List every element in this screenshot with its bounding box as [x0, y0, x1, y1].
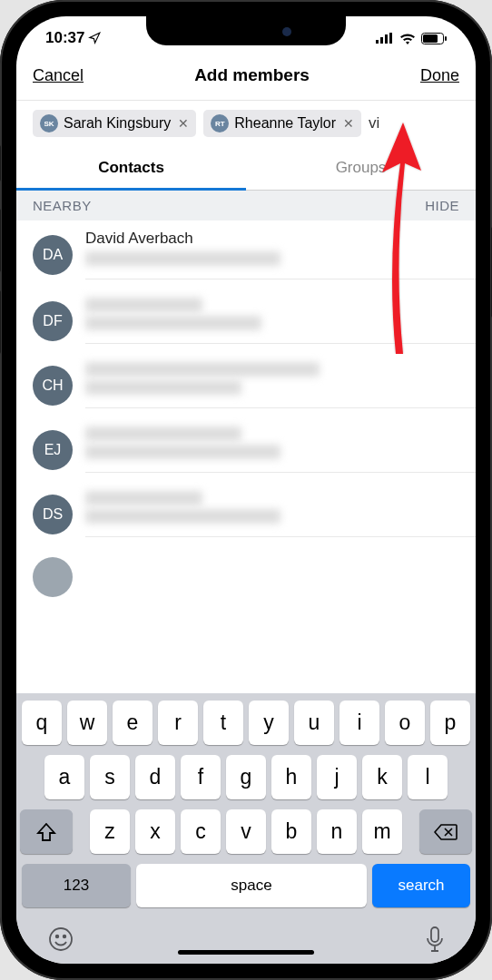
input-text-tail[interactable]: vi — [369, 114, 379, 132]
cellular-icon — [376, 33, 394, 44]
hide-button[interactable]: HIDE — [425, 198, 459, 213]
key-y[interactable]: y — [249, 701, 289, 745]
svg-rect-1 — [380, 37, 383, 44]
contact-row[interactable]: DF — [33, 289, 476, 353]
shift-key[interactable] — [20, 809, 73, 854]
nav-bar: Cancel Add members Done — [16, 53, 476, 101]
svg-rect-2 — [385, 34, 388, 44]
svg-rect-0 — [376, 40, 379, 44]
key-w[interactable]: w — [67, 701, 107, 745]
blurred-name — [85, 362, 320, 377]
contact-row[interactable]: DA David Averbach — [33, 220, 476, 289]
key-q[interactable]: q — [22, 701, 62, 745]
location-icon — [88, 32, 101, 44]
battery-icon — [421, 33, 447, 44]
section-title: NEARBY — [33, 198, 92, 213]
key-f[interactable]: f — [181, 755, 221, 799]
key-u[interactable]: u — [294, 701, 334, 745]
key-b[interactable]: b — [271, 809, 311, 854]
avatar: CH — [33, 366, 73, 406]
key-z[interactable]: z — [90, 809, 130, 854]
avatar: DS — [33, 495, 73, 534]
blurred-detail — [85, 509, 280, 524]
search-key[interactable]: search — [372, 864, 470, 907]
svg-rect-3 — [389, 33, 392, 44]
avatar: DA — [33, 235, 73, 275]
key-t[interactable]: t — [203, 701, 243, 745]
contact-row[interactable]: CH — [33, 353, 476, 417]
chip-label: Sarah Kingsbury — [64, 115, 171, 132]
contact-row[interactable] — [33, 546, 476, 608]
svg-point-7 — [50, 928, 72, 950]
mic-icon[interactable] — [425, 926, 445, 953]
tabs: Contacts Groups — [16, 146, 476, 191]
contact-row[interactable]: DS — [33, 482, 476, 546]
member-chip[interactable]: SK Sarah Kingsbury ✕ — [33, 110, 196, 137]
done-button[interactable]: Done — [420, 66, 459, 85]
remove-chip-icon[interactable]: ✕ — [341, 116, 354, 131]
backspace-key[interactable] — [419, 809, 472, 854]
section-header: NEARBY HIDE — [16, 191, 476, 220]
backspace-icon — [434, 824, 458, 840]
status-time: 10:37 — [45, 29, 84, 47]
key-g[interactable]: g — [226, 755, 266, 799]
tab-groups[interactable]: Groups — [246, 146, 476, 190]
svg-rect-5 — [423, 34, 438, 43]
key-h[interactable]: h — [271, 755, 311, 799]
tab-contacts[interactable]: Contacts — [16, 146, 246, 190]
contact-list[interactable]: DA David Averbach DF CH — [16, 220, 476, 693]
wifi-icon — [399, 33, 416, 44]
contact-row[interactable]: EJ — [33, 417, 476, 482]
key-a[interactable]: a — [44, 755, 84, 799]
chip-avatar: SK — [40, 114, 58, 132]
key-m[interactable]: m — [362, 809, 402, 854]
svg-point-8 — [56, 936, 59, 938]
avatar — [33, 557, 73, 597]
key-k[interactable]: k — [362, 755, 402, 799]
chip-avatar: RT — [211, 114, 229, 132]
blurred-detail — [85, 316, 261, 330]
cancel-button[interactable]: Cancel — [33, 66, 84, 85]
space-key[interactable]: space — [136, 864, 367, 907]
key-i[interactable]: i — [339, 701, 379, 745]
chip-label: Rheanne Taylor — [234, 115, 336, 132]
shift-icon — [36, 823, 56, 841]
key-v[interactable]: v — [226, 809, 266, 854]
contact-name: David Averbach — [85, 230, 476, 248]
blurred-name — [85, 298, 202, 312]
svg-point-9 — [64, 936, 66, 938]
key-e[interactable]: e — [113, 701, 153, 745]
key-p[interactable]: p — [430, 701, 470, 745]
blurred-detail — [85, 445, 280, 459]
blurred-detail — [85, 380, 241, 395]
emoji-icon[interactable] — [47, 926, 74, 953]
key-c[interactable]: c — [181, 809, 221, 854]
key-l[interactable]: l — [408, 755, 448, 799]
svg-rect-10 — [431, 927, 438, 942]
selected-members-row: SK Sarah Kingsbury ✕ RT Rheanne Taylor ✕… — [16, 101, 476, 146]
blurred-name — [85, 426, 241, 441]
member-chip[interactable]: RT Rheanne Taylor ✕ — [203, 110, 361, 137]
avatar: EJ — [33, 430, 73, 470]
key-n[interactable]: n — [317, 809, 357, 854]
key-j[interactable]: j — [317, 755, 357, 799]
avatar: DF — [33, 301, 73, 341]
key-o[interactable]: o — [385, 701, 425, 745]
blurred-detail — [85, 251, 280, 266]
key-r[interactable]: r — [158, 701, 198, 745]
remove-chip-icon[interactable]: ✕ — [176, 116, 189, 131]
blurred-name — [85, 491, 202, 505]
numeric-key[interactable]: 123 — [22, 864, 131, 907]
page-title: Add members — [194, 65, 310, 85]
key-x[interactable]: x — [135, 809, 175, 854]
keyboard: qwertyuiop asdfghjkl zxcvbnm 123 space s… — [16, 693, 476, 964]
key-d[interactable]: d — [135, 755, 175, 799]
home-indicator[interactable] — [178, 950, 314, 955]
key-s[interactable]: s — [90, 755, 130, 799]
notch — [146, 16, 346, 45]
svg-rect-6 — [445, 36, 447, 41]
